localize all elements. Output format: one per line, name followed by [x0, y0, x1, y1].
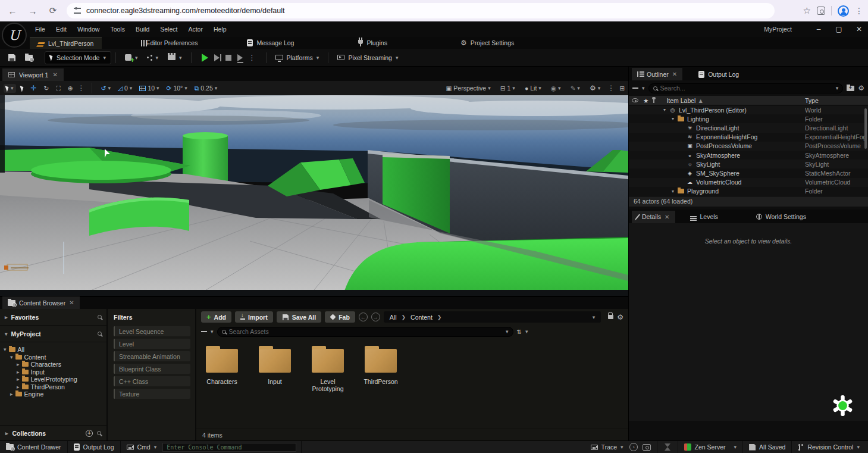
browse-content-button[interactable]: [20, 51, 37, 64]
chevron-down-icon[interactable]: ▾: [642, 85, 645, 91]
lock-icon[interactable]: [608, 315, 613, 319]
close-icon[interactable]: ✕: [665, 214, 669, 220]
visibility-column-icon[interactable]: [632, 98, 638, 102]
outliner-tab[interactable]: Outliner ✕: [632, 68, 682, 80]
close-button[interactable]: ✕: [850, 22, 868, 36]
outliner-row[interactable]: ☀ DirectionalLightDirectionalLight: [629, 123, 868, 132]
viewport-tab[interactable]: Viewport 1 ✕: [2, 68, 64, 81]
tree-item-characters[interactable]: ▸Characters: [4, 361, 106, 368]
breadcrumb-root[interactable]: All: [390, 314, 397, 321]
unreal-logo[interactable]: U: [2, 23, 27, 48]
save-all-button[interactable]: Save All: [277, 311, 321, 323]
trace-dropdown[interactable]: Trace ▾: [585, 441, 629, 453]
site-settings-icon[interactable]: [74, 8, 81, 14]
outliner-row[interactable]: ◒ SkyAtmosphereSkyAtmosphere: [629, 151, 868, 160]
tab-level[interactable]: Lvl_ThirdPerson: [30, 37, 102, 49]
launch-button[interactable]: [237, 54, 243, 61]
transform-options-icon[interactable]: ⋮: [78, 84, 85, 92]
breadcrumb-current[interactable]: Content: [411, 314, 433, 321]
menu-tools[interactable]: Tools: [105, 21, 130, 37]
tab-editor-preferences[interactable]: Editor Preferences: [133, 37, 206, 49]
world-settings-tab[interactable]: World Settings: [751, 211, 811, 223]
cinematics-dropdown[interactable]: ▾: [163, 51, 187, 64]
outliner-row[interactable]: ▣ PostProcessVolumePostProcessVolume: [629, 142, 868, 151]
surface-snapping-dropdown[interactable]: ↺▾: [99, 83, 113, 93]
cb-settings-icon[interactable]: ⚙: [617, 313, 623, 321]
viewport-options-dropdown[interactable]: ▾: [4, 84, 16, 93]
details-tab[interactable]: Details ✕: [632, 211, 675, 223]
history-back-icon[interactable]: ←: [359, 313, 368, 321]
scale-snap-value[interactable]: ⧉0.25▾: [192, 83, 220, 93]
filter-level[interactable]: Level: [114, 339, 190, 349]
platforms-dropdown[interactable]: Platforms▾: [271, 51, 324, 64]
menu-select[interactable]: Select: [155, 21, 183, 37]
type-column[interactable]: Type: [805, 97, 819, 104]
favorites-section[interactable]: ▸ Favorites: [0, 309, 106, 326]
chevron-down-icon[interactable]: ▾: [836, 85, 839, 91]
assets-search-input[interactable]: [229, 328, 503, 335]
frame-skip-button[interactable]: [214, 54, 220, 61]
outliner-row[interactable]: ▾ PlaygroundFolder: [629, 187, 868, 196]
fab-button[interactable]: Fab: [325, 311, 355, 323]
chevron-down-icon[interactable]: ▾: [506, 329, 509, 335]
menu-edit[interactable]: Edit: [51, 21, 72, 37]
levels-tab[interactable]: Levels: [685, 211, 723, 223]
screenshot-icon[interactable]: [643, 444, 651, 451]
folder-tile-input[interactable]: Input: [255, 345, 294, 440]
output-log-button[interactable]: Output Log: [68, 441, 120, 453]
outliner-row[interactable]: ≋ ExponentialHeightFogExponentialHeightF…: [629, 133, 868, 142]
viewport-more-icon[interactable]: ⋮: [607, 84, 615, 92]
pin-column-icon[interactable]: [653, 98, 654, 103]
search-tabs-icon[interactable]: [817, 7, 825, 15]
view-mode-dropdown[interactable]: ●Lit▾: [522, 83, 544, 93]
menu-build[interactable]: Build: [130, 21, 155, 37]
expander-icon[interactable]: ▾: [672, 116, 677, 121]
filter-streamable-animation[interactable]: Streamable Animation: [114, 351, 190, 361]
cmd-dropdown[interactable]: Cmd ▾: [121, 441, 163, 453]
filter-level-sequence[interactable]: Level Sequence: [114, 326, 190, 336]
blueprints-dropdown[interactable]: ▾: [142, 51, 163, 64]
search-icon[interactable]: [97, 431, 101, 435]
tree-item-all[interactable]: ▾All: [4, 346, 106, 354]
surface-snap-value[interactable]: ◿0▾: [115, 83, 134, 93]
breadcrumb[interactable]: All ❯ Content ❯ ▾: [384, 311, 601, 323]
rotation-snap-value[interactable]: ⟳10°▾: [164, 83, 190, 93]
browser-reload-icon[interactable]: ⟳: [45, 3, 61, 18]
menu-help[interactable]: Help: [208, 21, 232, 37]
item-label-column[interactable]: Item Label ▲: [666, 97, 703, 104]
chevron-down-icon[interactable]: ▾: [211, 329, 214, 335]
outliner-row[interactable]: ☼ SkyLightSkyLight: [629, 160, 868, 168]
outliner-scrollbar[interactable]: [864, 108, 867, 149]
filter-texture[interactable]: Texture: [114, 389, 190, 399]
add-button[interactable]: +Add: [201, 311, 231, 323]
selection-mode-dropdown[interactable]: Selection Mode ▾: [45, 51, 111, 64]
tree-item-content[interactable]: ▾Content: [4, 354, 106, 361]
viewport-scene[interactable]: [0, 95, 628, 296]
tree-item-engine[interactable]: ▸Engine: [4, 390, 106, 398]
tab-project-settings[interactable]: ⚙ Project Settings: [452, 37, 522, 49]
import-button[interactable]: Import: [235, 311, 273, 323]
revision-control-dropdown[interactable]: Revision Control ▾: [792, 441, 866, 453]
scale-tool-button[interactable]: ⛶: [54, 83, 62, 93]
tree-item-levelprototyping[interactable]: ▸LevelPrototyping: [4, 376, 106, 383]
outliner-row[interactable]: ▾◎ Lvl_ThirdPerson (Editor)World: [629, 105, 868, 114]
expander-icon[interactable]: ▾: [672, 189, 677, 194]
select-tool-button[interactable]: [18, 84, 26, 93]
filter-funnel-icon[interactable]: [201, 331, 207, 332]
project-section[interactable]: ▾ MyProject: [0, 326, 106, 342]
outliner-settings-icon[interactable]: ⚙: [858, 84, 864, 92]
move-tool-button[interactable]: ✛: [29, 83, 39, 93]
tree-item-input[interactable]: ▸Input: [4, 368, 106, 376]
outliner-row[interactable]: ◈ SM_SkySphereStaticMeshActor: [629, 168, 868, 177]
filter-blueprint-class[interactable]: Blueprint Class: [114, 364, 190, 374]
search-icon[interactable]: [98, 332, 102, 336]
tab-message-log[interactable]: Message Log: [239, 37, 302, 49]
all-saved-button[interactable]: All Saved: [743, 441, 791, 453]
chevron-down-icon[interactable]: ▾: [525, 329, 528, 335]
pixel-streaming-dropdown[interactable]: Pixel Streaming▾: [333, 51, 403, 64]
browser-menu-icon[interactable]: ⋮: [855, 6, 863, 15]
close-icon[interactable]: ✕: [52, 71, 57, 78]
browser-forward-icon[interactable]: →: [25, 3, 40, 18]
save-button[interactable]: [4, 51, 20, 64]
rotate-tool-button[interactable]: ↻: [42, 83, 52, 93]
